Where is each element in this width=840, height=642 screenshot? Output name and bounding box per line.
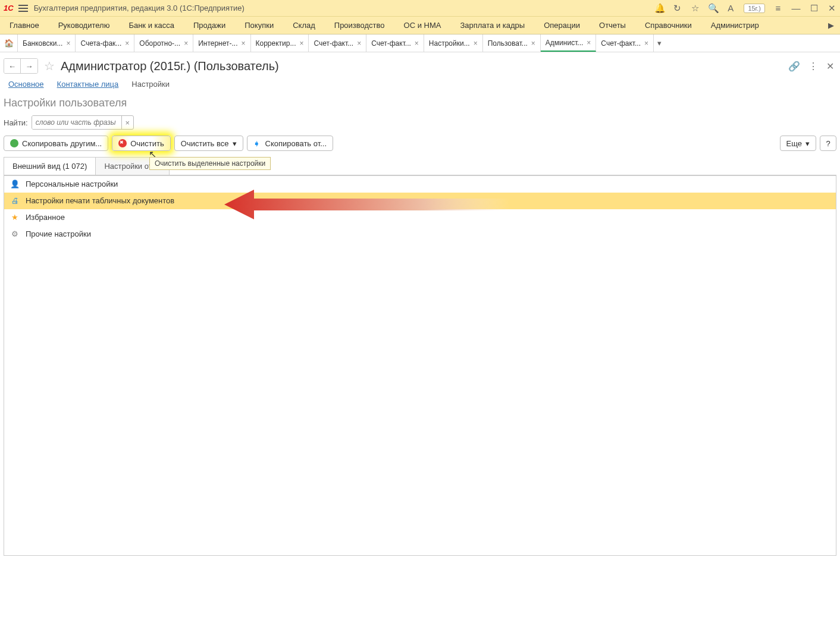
- section-title: Настройки пользователя: [0, 95, 840, 115]
- search-icon[interactable]: 🔍: [708, 3, 717, 14]
- menu-manager[interactable]: Руководителю: [49, 21, 120, 30]
- tab-close-icon[interactable]: ×: [242, 39, 246, 48]
- more-icon[interactable]: ⋮: [808, 61, 818, 72]
- row-icon: ★: [10, 213, 20, 222]
- toolbar-right: Еще ▾ ?: [780, 136, 836, 151]
- more-label: Еще: [786, 139, 802, 148]
- menu-assets[interactable]: ОС и НМА: [394, 21, 451, 30]
- menu-sales[interactable]: Продажи: [184, 21, 235, 30]
- tab-close-icon[interactable]: ×: [299, 39, 303, 48]
- row-icon: 🖨: [10, 196, 20, 205]
- tab-close-icon[interactable]: ×: [587, 39, 591, 47]
- tab-3[interactable]: Интернет-...×: [193, 34, 250, 52]
- clear-search-icon[interactable]: ×: [121, 116, 133, 129]
- row-icon: ⚙: [10, 229, 20, 238]
- list-item[interactable]: 👤Персональные настройки: [4, 176, 836, 193]
- clear-button[interactable]: Очистить: [112, 136, 171, 151]
- tab-label: Счет-факт...: [601, 39, 641, 48]
- clear-all-button[interactable]: Очистить все ▾: [174, 136, 243, 151]
- star-icon[interactable]: ☆: [690, 3, 700, 14]
- history-icon[interactable]: ↻: [672, 3, 682, 14]
- more-button[interactable]: Еще ▾: [780, 136, 816, 151]
- chevron-down-icon: ▾: [233, 139, 237, 148]
- tab-close-icon[interactable]: ×: [357, 39, 361, 48]
- tab-8[interactable]: Пользоват...×: [483, 34, 541, 52]
- tab-close-icon[interactable]: ×: [474, 39, 478, 48]
- copy-from-button[interactable]: ➧ Скопировать от...: [247, 136, 334, 151]
- row-label: Настройки печати табличных документов: [26, 196, 174, 205]
- user-chip[interactable]: 15г.): [744, 4, 765, 13]
- copy-to-label: Скопировать другим...: [22, 139, 102, 148]
- menu-warehouse[interactable]: Склад: [283, 21, 325, 30]
- menu-reports[interactable]: Отчеты: [590, 21, 635, 30]
- settings-icon[interactable]: ≡: [773, 3, 783, 13]
- subnav-settings: Настройки: [131, 80, 170, 89]
- subnav-main[interactable]: Основное: [8, 80, 44, 89]
- bell-icon[interactable]: 🔔: [654, 3, 664, 14]
- main-menu: Главное Руководителю Банк и касса Продаж…: [0, 17, 840, 34]
- tab-label: Счета-фак...: [80, 39, 121, 48]
- menu-admin[interactable]: Администрир: [701, 21, 769, 30]
- maximize-icon[interactable]: ☐: [809, 3, 819, 14]
- menu-operations[interactable]: Операции: [534, 21, 590, 30]
- tab-2[interactable]: Оборотно-...×: [134, 34, 193, 52]
- menu-hr[interactable]: Зарплата и кадры: [450, 21, 534, 30]
- list-item[interactable]: ⚙Прочие настройки: [4, 226, 836, 243]
- clear-icon: [118, 139, 127, 147]
- tab-5[interactable]: Счет-факт...×: [309, 34, 366, 52]
- menu-bank[interactable]: Банк и касса: [119, 21, 184, 30]
- tab-close-icon[interactable]: ×: [415, 39, 419, 48]
- help-button[interactable]: ?: [820, 136, 836, 151]
- menu-catalogs[interactable]: Справочники: [635, 21, 701, 30]
- nav-buttons: ← →: [4, 58, 38, 74]
- tab-7[interactable]: Настройки...×: [424, 34, 483, 52]
- user-icon[interactable]: А: [726, 3, 735, 13]
- tab-0[interactable]: Банковски...×: [18, 34, 76, 52]
- tab-close-icon[interactable]: ×: [531, 39, 535, 48]
- search-input[interactable]: [32, 116, 121, 129]
- list-item[interactable]: 🖨Настройки печати табличных документов: [4, 193, 836, 209]
- tab-close-icon[interactable]: ×: [66, 39, 70, 48]
- tab-label: Интернет-...: [198, 39, 237, 48]
- tab-close-icon[interactable]: ×: [184, 39, 188, 48]
- inner-tab-appearance[interactable]: Внешний вид (1 072): [4, 157, 96, 175]
- row-label: Прочие настройки: [26, 229, 91, 238]
- tab-6[interactable]: Счет-факт...×: [366, 34, 424, 52]
- tab-label: Корректир...: [256, 39, 296, 48]
- tab-scroll-icon[interactable]: ▾: [654, 34, 665, 52]
- tab-1[interactable]: Счета-фак...×: [76, 34, 134, 52]
- clear-all-label: Очистить все: [181, 139, 229, 148]
- tab-10[interactable]: Счет-факт...×: [596, 34, 654, 52]
- list-item[interactable]: ★Избранное: [4, 209, 836, 226]
- back-button[interactable]: ←: [4, 59, 21, 73]
- tab-close-icon[interactable]: ×: [644, 39, 648, 48]
- menu-main[interactable]: Главное: [0, 21, 49, 30]
- tab-label: Оборотно-...: [139, 39, 180, 48]
- tab-4[interactable]: Корректир...×: [251, 34, 309, 52]
- page-header: ← → ☆ Администратор (2015г.) (Пользовате…: [0, 52, 840, 77]
- menu-purchases[interactable]: Покупки: [235, 21, 283, 30]
- subnav: Основное Контактные лица Настройки: [0, 77, 840, 95]
- tooltip: Очистить выделенные настройки: [149, 157, 271, 170]
- row-icon: 👤: [10, 180, 20, 188]
- page-header-actions: 🔗 ⋮ ✕: [788, 61, 834, 72]
- link-icon[interactable]: 🔗: [788, 61, 800, 72]
- subnav-contacts[interactable]: Контактные лица: [57, 80, 119, 89]
- settings-list: 👤Персональные настройки🖨Настройки печати…: [4, 175, 836, 556]
- menu-icon[interactable]: [18, 5, 28, 12]
- close-page-icon[interactable]: ✕: [826, 61, 834, 72]
- copy-to-others-button[interactable]: Скопировать другим...: [4, 136, 108, 151]
- home-tab[interactable]: 🏠: [0, 34, 18, 52]
- toolbar: Скопировать другим... Очистить Очистить …: [0, 136, 840, 157]
- tab-9[interactable]: Админист...×: [541, 34, 596, 52]
- close-icon[interactable]: ✕: [827, 3, 836, 14]
- row-label: Персональные настройки: [26, 180, 118, 188]
- tab-label: Настройки...: [429, 39, 470, 48]
- tab-close-icon[interactable]: ×: [125, 39, 129, 48]
- menu-scroll-right-icon[interactable]: ▶: [826, 21, 836, 30]
- forward-button[interactable]: →: [21, 59, 37, 73]
- search-row: Найти: ×: [0, 115, 840, 136]
- minimize-icon[interactable]: —: [791, 3, 801, 13]
- favorite-icon[interactable]: ☆: [44, 59, 55, 73]
- menu-production[interactable]: Производство: [325, 21, 394, 30]
